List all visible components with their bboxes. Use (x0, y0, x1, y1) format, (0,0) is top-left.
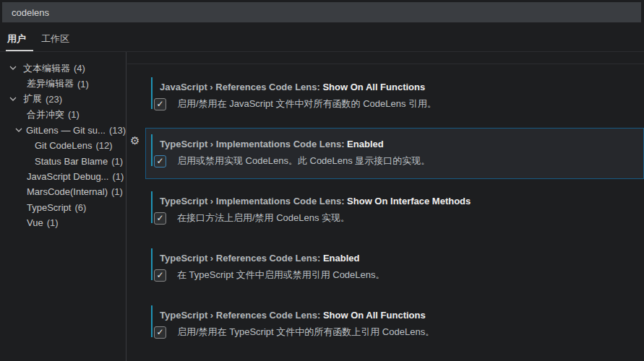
setting-checkbox[interactable]: ✓ (154, 212, 166, 225)
active-tab-underline (6, 50, 33, 51)
setting-description: 启用或禁用实现 CodeLens。此 CodeLens 显示接口的实现。 (177, 155, 430, 168)
toc-item[interactable]: Git CodeLens(12) (0, 138, 126, 153)
toc-item-count: (13) (109, 125, 126, 136)
settings-list: JavaScript › References Code Lens: Show … (127, 52, 644, 361)
settings-list-divider (127, 64, 644, 64)
modified-indicator (151, 77, 153, 109)
setting-row[interactable]: TypeScript › Implementations Code Lens: … (145, 185, 644, 236)
setting-description: 在接口方法上启用/禁用 CodeLens 实现。 (177, 212, 350, 225)
toc-item-label: Vue (27, 217, 43, 228)
setting-value-row: ✓启用/禁用在 JavaScript 文件中对所有函数的 CodeLens 引用… (160, 97, 644, 110)
setting-category: TypeScript › References Code Lens: (160, 253, 320, 264)
toc-item-label: 扩展 (23, 92, 42, 105)
toc-item[interactable]: 扩展(23) (0, 92, 126, 107)
toc-item[interactable]: 差异编辑器(1) (0, 76, 126, 91)
setting-row[interactable]: JavaScript › References Code Lens: Show … (145, 71, 644, 122)
chevron-down-icon[interactable] (15, 128, 22, 133)
toc-item[interactable]: GitLens — Git su...(13) (0, 123, 126, 138)
setting-value-row: ✓在接口方法上启用/禁用 CodeLens 实现。 (160, 212, 644, 225)
setting-description: 启用/禁用在 JavaScript 文件中对所有函数的 CodeLens 引用。 (177, 97, 437, 110)
setting-value-row: ✓在 TypeScript 文件中启用或禁用引用 CodeLens。 (160, 269, 644, 282)
modified-indicator (151, 134, 153, 166)
setting-name: Show On All Functions (323, 310, 426, 321)
toc-item[interactable]: MarsCode(Internal)(1) (0, 184, 126, 199)
toc-item-label: Git CodeLens (35, 140, 93, 151)
setting-name: Enabled (347, 139, 384, 149)
settings-editor: 用户 工作区 文本编辑器(4)差异编辑器(1)扩展(23)合并冲突(1)GitL… (0, 0, 644, 361)
toc-item-count: (1) (77, 79, 89, 90)
toc-item[interactable]: Status Bar Blame(1) (0, 153, 126, 168)
toc-item-count: (6) (74, 202, 86, 213)
toc-item-label: 差异编辑器 (27, 77, 74, 90)
toc-item[interactable]: TypeScript(6) (0, 200, 126, 215)
setting-checkbox[interactable]: ✓ (154, 326, 166, 339)
gear-icon[interactable]: ⚙ (130, 136, 139, 147)
tab-user[interactable]: 用户 (7, 32, 26, 45)
toc-item-count: (1) (68, 109, 80, 120)
modified-indicator (151, 248, 153, 280)
setting-row[interactable]: TypeScript › References Code Lens: Enabl… (145, 242, 644, 293)
tab-workspace[interactable]: 工作区 (41, 32, 69, 45)
toc-item-label: 文本编辑器 (23, 62, 70, 75)
setting-value-row: ✓启用/禁用在 TypeScript 文件中的所有函数上引用 CodeLens。 (160, 326, 644, 339)
toc-item-label: TypeScript (27, 202, 71, 213)
settings-scope-tabbar: 用户 工作区 (0, 22, 644, 52)
setting-checkbox[interactable]: ✓ (154, 269, 166, 282)
toc-item-count: (4) (74, 63, 85, 74)
toc-item-label: MarsCode(Internal) (27, 186, 108, 197)
modified-indicator (151, 191, 153, 223)
settings-search-input[interactable] (2, 2, 641, 22)
modified-indicator (151, 305, 153, 337)
setting-category: JavaScript › References Code Lens: (160, 82, 320, 92)
toc-item-label: Status Bar Blame (35, 156, 108, 167)
setting-value-row: ✓启用或禁用实现 CodeLens。此 CodeLens 显示接口的实现。 (160, 155, 643, 168)
setting-name: Enabled (323, 253, 360, 264)
toc-item-count: (23) (46, 94, 62, 105)
settings-toc-tree: 文本编辑器(4)差异编辑器(1)扩展(23)合并冲突(1)GitLens — G… (0, 52, 126, 361)
setting-category: TypeScript › Implementations Code Lens: (160, 139, 344, 149)
setting-title: TypeScript › References Code Lens: Show … (160, 309, 644, 321)
toc-item[interactable]: 合并冲突(1) (0, 107, 126, 122)
setting-title: JavaScript › References Code Lens: Show … (160, 81, 644, 93)
toc-item-label: JavaScript Debug... (27, 171, 108, 182)
toc-item-count: (1) (111, 156, 123, 167)
toc-item-label: GitLens — Git su... (26, 125, 106, 136)
toc-item-count: (12) (96, 140, 113, 151)
toc-item-count: (1) (111, 186, 123, 197)
setting-checkbox[interactable]: ✓ (154, 98, 166, 110)
toc-item-label: 合并冲突 (27, 108, 64, 121)
toc-item[interactable]: JavaScript Debug...(1) (0, 169, 126, 184)
setting-title: TypeScript › Implementations Code Lens: … (160, 138, 643, 150)
toc-item-count: (1) (47, 217, 59, 228)
setting-description: 启用/禁用在 TypeScript 文件中的所有函数上引用 CodeLens。 (177, 326, 434, 339)
setting-description: 在 TypeScript 文件中启用或禁用引用 CodeLens。 (177, 269, 385, 282)
setting-row[interactable]: ⚙TypeScript › Implementations Code Lens:… (145, 128, 644, 179)
setting-title: TypeScript › References Code Lens: Enabl… (160, 252, 644, 264)
setting-row[interactable]: TypeScript › References Code Lens: Show … (145, 299, 644, 350)
setting-name: Show On All Functions (322, 82, 425, 92)
chevron-down-icon[interactable] (9, 97, 20, 102)
toc-item-count: (1) (112, 171, 124, 182)
setting-category: TypeScript › Implementations Code Lens: (160, 196, 344, 206)
setting-category: TypeScript › References Code Lens: (160, 310, 320, 321)
setting-name: Show On Interface Methods (347, 196, 471, 206)
setting-checkbox[interactable]: ✓ (154, 155, 166, 168)
toc-item[interactable]: Vue(1) (0, 215, 126, 230)
toc-item[interactable]: 文本编辑器(4) (0, 61, 126, 76)
chevron-down-icon[interactable] (9, 66, 20, 71)
settings-search-bar (2, 2, 641, 22)
setting-title: TypeScript › Implementations Code Lens: … (160, 195, 644, 207)
